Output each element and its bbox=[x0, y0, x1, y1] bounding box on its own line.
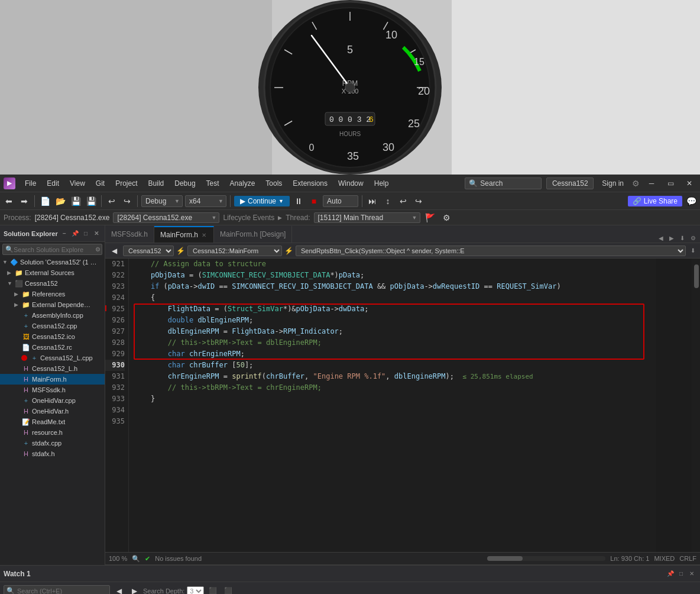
debug-icon1[interactable]: ⏭ bbox=[366, 195, 379, 208]
redo-button[interactable]: ↪ bbox=[121, 195, 134, 208]
search-depth-select[interactable]: 3 bbox=[187, 586, 204, 595]
dropdown-btn[interactable]: ⬇ bbox=[688, 246, 698, 256]
tree-item-cessna152lh[interactable]: H Cessna152_L.h bbox=[0, 363, 105, 374]
tree-item-onehidvarcpp[interactable]: + OneHidVar.cpp bbox=[0, 395, 105, 406]
watch-nav-fwd[interactable]: ▶ bbox=[128, 585, 141, 595]
menu-view[interactable]: View bbox=[65, 178, 90, 189]
save-button[interactable]: 💾 bbox=[69, 195, 82, 208]
tab-dropdown[interactable]: ⬇ bbox=[678, 233, 687, 243]
watch-options2[interactable]: ⬛ bbox=[222, 585, 235, 595]
search-options-icon[interactable]: ⚙ bbox=[95, 246, 101, 253]
tree-item-external[interactable]: ▶ 📁 External Sources bbox=[0, 267, 105, 278]
menu-test[interactable]: Test bbox=[202, 178, 224, 189]
tree-item-cessna152-project[interactable]: ▼ ⬛ Cessna152 bbox=[0, 278, 105, 289]
tree-item-msfssdk[interactable]: H MSFSsdk.h bbox=[0, 385, 105, 395]
thread-options[interactable]: ⚙ bbox=[440, 211, 453, 224]
menu-git[interactable]: Git bbox=[91, 178, 109, 189]
continue-button[interactable]: ▶ Continue ▼ bbox=[234, 196, 290, 206]
tree-item-cessna152rc[interactable]: 📄 Cessna152.rc bbox=[0, 342, 105, 353]
tree-item-cessna152lcpp[interactable]: + Cessna152_L.cpp bbox=[0, 353, 105, 363]
debug-icon3[interactable]: ↩ bbox=[397, 195, 410, 208]
tab-scroll-left[interactable]: ◀ bbox=[656, 233, 666, 243]
feedback-icon[interactable]: 💬 bbox=[685, 195, 698, 208]
tree-item-cessna152ico[interactable]: 🖼 Cessna152.ico bbox=[0, 331, 105, 342]
global-search-box[interactable]: 🔍 Search bbox=[465, 177, 542, 189]
tree-item-stdafxh[interactable]: H stdafx.h bbox=[0, 448, 105, 459]
collapse-button[interactable]: − bbox=[60, 229, 69, 238]
save-all-button[interactable]: 💾 bbox=[85, 195, 98, 208]
solution-search[interactable]: 🔍 ⚙ bbox=[2, 244, 102, 255]
editor-scrollbar[interactable] bbox=[692, 259, 700, 552]
menu-project[interactable]: Project bbox=[111, 178, 142, 189]
tree-item-solution[interactable]: ▼ 🔷 Solution 'Cessna152' (1 … bbox=[0, 257, 105, 267]
tab-mainformh-design[interactable]: MainForm.h [Design] bbox=[214, 226, 292, 243]
watch-expand-button[interactable]: □ bbox=[676, 569, 686, 579]
tree-item-mainformh[interactable]: H MainForm.h bbox=[0, 374, 105, 385]
menu-build[interactable]: Build bbox=[144, 178, 169, 189]
tree-item-assemblyinfo[interactable]: + AssemblyInfo.cpp bbox=[0, 310, 105, 321]
undo-button[interactable]: ↩ bbox=[105, 195, 118, 208]
maximize-button[interactable]: ▭ bbox=[663, 176, 678, 191]
navigate-back[interactable]: ◀ bbox=[108, 244, 121, 257]
menu-analyze[interactable]: Analyze bbox=[225, 178, 260, 189]
debug-icon2[interactable]: ↕ bbox=[381, 195, 394, 208]
menu-debug[interactable]: Debug bbox=[170, 178, 200, 189]
tree-item-readme[interactable]: 📝 ReadMe.txt bbox=[0, 417, 105, 427]
sign-in-button[interactable]: Sign in bbox=[598, 178, 627, 189]
tab-scroll-right[interactable]: ▶ bbox=[667, 233, 676, 243]
watch-close-button[interactable]: ✕ bbox=[687, 569, 696, 579]
tree-item-onehidvarh[interactable]: H OneHidVar.h bbox=[0, 406, 105, 417]
watch-search-input[interactable] bbox=[17, 587, 107, 595]
project-dropdown[interactable]: Cessna152 bbox=[546, 177, 594, 189]
watch-nav-back[interactable]: ◀ bbox=[112, 585, 125, 595]
tree-item-stdafxcpp[interactable]: + stdafx.cpp bbox=[0, 438, 105, 448]
menu-extensions[interactable]: Extensions bbox=[288, 178, 332, 189]
thread-flags[interactable]: 🚩 bbox=[424, 211, 437, 224]
open-button[interactable]: 📂 bbox=[54, 195, 67, 208]
watch-search[interactable]: 🔍 bbox=[4, 585, 110, 594]
tab-mainformh[interactable]: MainForm.h ✕ bbox=[154, 226, 214, 243]
minimize-button[interactable]: ─ bbox=[644, 176, 659, 191]
close-tab-button[interactable]: ✕ bbox=[200, 231, 208, 239]
thread-dropdown[interactable]: [15112] Main Thread ▼ bbox=[314, 212, 420, 223]
settings-icon[interactable]: ⚙ bbox=[688, 233, 698, 243]
watch-options1[interactable]: ⬛ bbox=[206, 585, 219, 595]
expand-panel-button[interactable]: □ bbox=[81, 229, 90, 238]
pin-button[interactable]: 📌 bbox=[70, 229, 80, 238]
tools-icon[interactable]: ⚙ bbox=[632, 179, 640, 188]
member-dropdown[interactable]: SendRptsBttn_Click(System::Object ^ send… bbox=[296, 246, 686, 256]
tree-item-cessna152cpp[interactable]: + Cessna152.cpp bbox=[0, 321, 105, 331]
close-panel-button[interactable]: ✕ bbox=[92, 229, 101, 238]
stop-button[interactable]: ■ bbox=[307, 195, 320, 208]
horizontal-scrollbar[interactable] bbox=[487, 556, 605, 561]
hscroll-thumb[interactable] bbox=[487, 556, 523, 561]
menu-window[interactable]: Window bbox=[333, 178, 368, 189]
tree-item-ext-depend[interactable]: ▶ 📁 External Depende… bbox=[0, 299, 105, 310]
live-share-button[interactable]: 🔗 Live Share bbox=[628, 196, 682, 206]
solution-search-input[interactable] bbox=[14, 246, 95, 253]
arch-dropdown[interactable]: x64 ▼ bbox=[185, 195, 226, 207]
zoom-icon[interactable]: 🔍 bbox=[132, 555, 140, 563]
code-content[interactable]: // Assign data to structure pObjData = (… bbox=[129, 259, 656, 552]
scroll-thumb[interactable] bbox=[694, 264, 699, 288]
method-dropdown[interactable]: Cessna152::MainForm bbox=[187, 246, 282, 256]
menu-file[interactable]: File bbox=[20, 178, 41, 189]
tree-item-resourceh[interactable]: H resource.h bbox=[0, 427, 105, 438]
auto-dropdown[interactable]: Auto bbox=[323, 195, 358, 207]
forward-button[interactable]: ➡ bbox=[18, 195, 31, 208]
menu-tools[interactable]: Tools bbox=[261, 178, 287, 189]
code-editor[interactable]: 921 922 923 924 925 926 927 928 929 930 … bbox=[105, 259, 700, 552]
debug-mode-dropdown[interactable]: Debug ▼ bbox=[141, 195, 183, 207]
tree-item-references[interactable]: ▶ 📁 References bbox=[0, 289, 105, 299]
close-button[interactable]: ✕ bbox=[682, 176, 696, 191]
process-dropdown[interactable]: [28264] Cessna152.exe ▼ bbox=[113, 212, 219, 223]
menu-edit[interactable]: Edit bbox=[42, 178, 64, 189]
pause-button[interactable]: ⏸ bbox=[292, 195, 305, 208]
new-button[interactable]: 📄 bbox=[38, 195, 51, 208]
back-button[interactable]: ⬅ bbox=[2, 195, 15, 208]
watch-pin-button[interactable]: 📌 bbox=[666, 569, 675, 579]
menu-help[interactable]: Help bbox=[370, 178, 394, 189]
tab-msfssdk[interactable]: MSFSsdk.h bbox=[105, 226, 154, 243]
debug-icon4[interactable]: ↪ bbox=[412, 195, 425, 208]
class-dropdown[interactable]: Cessna152 bbox=[123, 246, 174, 256]
